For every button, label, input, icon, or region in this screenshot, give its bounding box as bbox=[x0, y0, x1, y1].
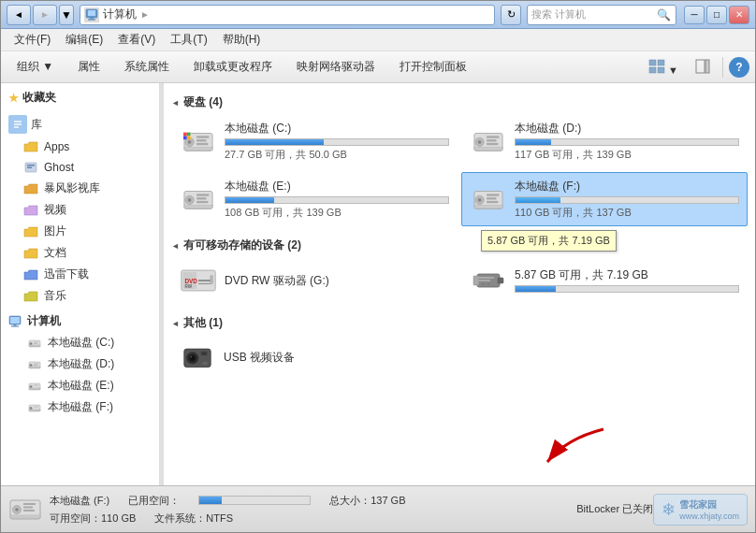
svg-rect-61 bbox=[196, 194, 209, 195]
svg-point-90 bbox=[190, 356, 192, 358]
drive-e-bar-container bbox=[225, 196, 449, 204]
map-drive-button[interactable]: 映射网络驱动器 bbox=[286, 54, 385, 79]
hdd-section-title: 硬盘 (4) bbox=[171, 91, 748, 114]
sidebar-item-pictures[interactable]: 图片 bbox=[1, 221, 159, 242]
drive-e-size: 108 GB 可用，共 139 GB bbox=[225, 206, 449, 220]
svg-rect-30 bbox=[29, 367, 40, 368]
usb-drive-item[interactable]: 5.87 GB 可用，共 7.19 GB 5.87 GB 可用，共 7.19 G… bbox=[461, 257, 748, 304]
drive-c-name: 本地磁盘 (C:) bbox=[225, 121, 449, 137]
properties-button[interactable]: 属性 bbox=[67, 54, 110, 79]
close-icon: ✕ bbox=[735, 9, 743, 20]
svg-rect-24 bbox=[34, 343, 37, 344]
drive-d-icon bbox=[470, 124, 507, 158]
minimize-button[interactable]: ─ bbox=[684, 6, 705, 24]
svg-rect-1 bbox=[88, 10, 95, 16]
system-properties-button[interactable]: 系统属性 bbox=[114, 54, 180, 79]
sidebar-favorites-header[interactable]: ★ 收藏夹 bbox=[1, 87, 159, 108]
sidebar-storm-label: 暴风影视库 bbox=[44, 180, 100, 196]
maximize-icon: □ bbox=[714, 9, 720, 20]
sidebar-drive-f[interactable]: 本地磁盘 (F:) bbox=[1, 396, 159, 418]
annotation-arrow bbox=[529, 420, 622, 479]
sidebar-item-videos[interactable]: 视频 bbox=[1, 199, 159, 221]
svg-rect-28 bbox=[34, 363, 38, 364]
svg-rect-71 bbox=[474, 206, 502, 209]
sidebar-drive-e[interactable]: 本地磁盘 (E:) bbox=[1, 375, 159, 396]
drive-e-bar bbox=[225, 197, 274, 203]
maximize-button[interactable]: □ bbox=[706, 6, 727, 24]
svg-rect-69 bbox=[487, 197, 496, 199]
search-button[interactable]: 🔍 bbox=[655, 7, 672, 23]
sidebar-drive-c[interactable]: 本地磁盘 (C:) bbox=[1, 332, 159, 353]
svg-point-22 bbox=[30, 342, 33, 345]
menu-edit[interactable]: 编辑(E) bbox=[58, 30, 110, 50]
history-dropdown-button[interactable]: ▼ bbox=[59, 5, 74, 25]
svg-rect-68 bbox=[487, 194, 499, 195]
sidebar-drive-d[interactable]: 本地磁盘 (D:) bbox=[1, 353, 159, 375]
sidebar-computer-section: 计算机 本地磁盘 (C:) bbox=[1, 310, 159, 418]
menu-view[interactable]: 查看(V) bbox=[110, 30, 163, 50]
removable-grid: DVD RW DVD RW 驱动器 (G:) bbox=[171, 257, 748, 304]
sidebar-computer-header[interactable]: 计算机 bbox=[1, 310, 159, 332]
drive-f-bar-container bbox=[515, 196, 739, 204]
svg-rect-29 bbox=[34, 365, 37, 366]
view-options-button[interactable]: ▼ bbox=[642, 54, 685, 80]
svg-rect-34 bbox=[29, 388, 40, 390]
svg-rect-57 bbox=[474, 148, 502, 151]
drive-e-item[interactable]: 本地磁盘 (E:) 108 GB 可用，共 139 GB bbox=[171, 172, 458, 226]
status-bar: 本地磁盘 (F:) 已用空间： 总大小：137 GB 可用空间：110 GB 文… bbox=[1, 485, 755, 532]
pictures-folder-icon bbox=[23, 224, 38, 239]
status-total: 总大小：137 GB bbox=[329, 494, 405, 508]
menu-file[interactable]: 文件(F) bbox=[7, 30, 58, 50]
dvd-drive-item[interactable]: DVD RW DVD RW 驱动器 (G:) bbox=[171, 257, 458, 304]
window-controls: ─ □ ✕ bbox=[684, 6, 749, 24]
control-panel-button[interactable]: 打开控制面板 bbox=[389, 54, 477, 79]
search-bar[interactable]: 搜索 计算机 🔍 bbox=[527, 5, 676, 25]
forward-arrow-icon: ► bbox=[40, 9, 50, 20]
help-button[interactable]: ? bbox=[729, 57, 749, 78]
preview-pane-button[interactable] bbox=[689, 54, 717, 80]
star-icon: ★ bbox=[8, 92, 19, 105]
refresh-button[interactable]: ↻ bbox=[501, 5, 521, 25]
library-icon bbox=[8, 115, 27, 134]
sidebar-item-docs[interactable]: 文档 bbox=[1, 242, 159, 264]
drive-f-item[interactable]: 本地磁盘 (F:) 110 GB 可用，共 137 GB bbox=[461, 172, 748, 226]
close-button[interactable]: ✕ bbox=[729, 6, 749, 24]
drive-c-size: 27.7 GB 可用，共 50.0 GB bbox=[225, 148, 449, 162]
svg-text:RW: RW bbox=[184, 284, 192, 289]
computer-icon bbox=[84, 7, 99, 22]
sidebar-item-ghost[interactable]: Ghost bbox=[1, 157, 159, 178]
sidebar-item-apps[interactable]: Apps bbox=[1, 137, 159, 157]
search-icon: 🔍 bbox=[657, 8, 671, 22]
svg-rect-49 bbox=[183, 136, 187, 139]
removable-section-title: 有可移动存储的设备 (2) bbox=[171, 234, 748, 257]
uninstall-button[interactable]: 卸载或更改程序 bbox=[183, 54, 283, 79]
svg-rect-37 bbox=[34, 406, 38, 407]
address-bar[interactable]: 计算机 ► bbox=[80, 5, 495, 25]
status-free: 可用空间：110 GB bbox=[50, 511, 136, 526]
title-bar: ◄ ► ▼ 计算机 ► bbox=[1, 1, 755, 29]
drive-c-item[interactable]: 本地磁盘 (C:) 27.7 GB 可用，共 50.0 GB bbox=[171, 114, 458, 168]
sidebar-library-header[interactable]: 库 bbox=[1, 112, 159, 137]
menu-tools[interactable]: 工具(T) bbox=[163, 30, 214, 50]
ghost-icon bbox=[23, 160, 38, 175]
organize-button[interactable]: 组织 ▼ bbox=[7, 54, 64, 79]
drive-c-bar-container bbox=[225, 138, 449, 146]
sidebar-drive-c-label: 本地磁盘 (C:) bbox=[48, 335, 114, 351]
sidebar-item-music[interactable]: 音乐 bbox=[1, 285, 159, 307]
toolbar-right: ▼ ? bbox=[642, 54, 749, 80]
svg-rect-45 bbox=[184, 148, 212, 151]
forward-button[interactable]: ► bbox=[33, 5, 57, 25]
back-button[interactable]: ◄ bbox=[7, 5, 31, 25]
drive-d-name: 本地磁盘 (D:) bbox=[515, 121, 739, 137]
svg-rect-15 bbox=[27, 165, 35, 166]
drive-d-item[interactable]: 本地磁盘 (D:) 117 GB 可用，共 139 GB bbox=[461, 114, 748, 168]
drive-c-bar bbox=[225, 139, 324, 145]
usb-video-device-item[interactable]: USB 视频设备 bbox=[171, 335, 748, 380]
drive-c-icon bbox=[180, 124, 217, 158]
sidebar-item-storm[interactable]: 暴风影视库 bbox=[1, 178, 159, 199]
menu-help[interactable]: 帮助(H) bbox=[215, 30, 269, 50]
snowflake-icon: ❄ bbox=[662, 499, 676, 520]
svg-rect-48 bbox=[187, 133, 191, 137]
svg-rect-63 bbox=[196, 201, 208, 203]
sidebar-item-thunder[interactable]: 迅雷下载 bbox=[1, 264, 159, 285]
